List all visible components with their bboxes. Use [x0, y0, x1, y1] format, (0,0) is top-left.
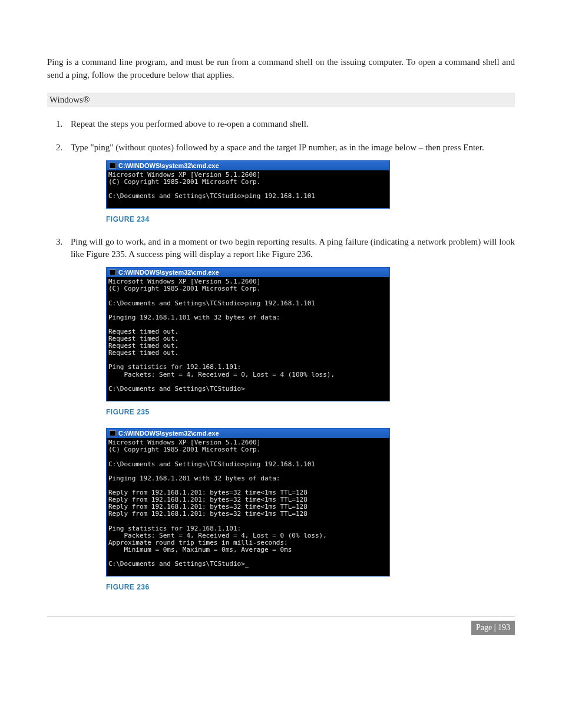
step-2-text: Type "ping" (without quotes) followed by…	[71, 143, 484, 152]
page-footer: Page | 193	[47, 617, 515, 635]
cmd-title-text-234: C:\WINDOWS\system32\cmd.exe	[118, 162, 219, 169]
figure-234-block: C:\WINDOWS\system32\cmd.exe Microsoft Wi…	[106, 160, 515, 225]
figure-235-block: C:\WINDOWS\system32\cmd.exe Microsoft Wi…	[106, 267, 515, 417]
step-1-text: Repeat the steps you performed above to …	[71, 119, 309, 129]
cmd-body-236: Microsoft Windows XP [Version 5.1.2600] …	[107, 438, 389, 576]
cmd-titlebar-236: C:\WINDOWS\system32\cmd.exe	[107, 429, 389, 438]
cmd-icon	[109, 269, 116, 275]
step-1: Repeat the steps you performed above to …	[65, 118, 515, 131]
heading-windows: Windows®	[47, 93, 515, 108]
cmd-body-235: Microsoft Windows XP [Version 5.1.2600] …	[107, 277, 389, 401]
figure-234-caption: FIGURE 234	[106, 215, 515, 225]
cmd-title-text-235: C:\WINDOWS\system32\cmd.exe	[118, 269, 219, 276]
cmd-body-234: Microsoft Windows XP [Version 5.1.2600] …	[107, 170, 389, 208]
cmd-icon	[109, 163, 116, 169]
figure-236-block: C:\WINDOWS\system32\cmd.exe Microsoft Wi…	[106, 428, 515, 592]
page-number-badge: Page | 193	[471, 621, 515, 635]
cmd-icon	[109, 430, 116, 436]
figure-236-caption: FIGURE 236	[106, 582, 515, 592]
intro-paragraph: Ping is a command line program, and must…	[47, 56, 515, 82]
cmd-titlebar-235: C:\WINDOWS\system32\cmd.exe	[107, 268, 389, 277]
step-2: Type "ping" (without quotes) followed by…	[65, 141, 515, 225]
cmd-window-236: C:\WINDOWS\system32\cmd.exe Microsoft Wi…	[106, 428, 390, 577]
step-3-text: Ping will go to work, and in a moment or…	[71, 237, 515, 259]
steps-list: Repeat the steps you performed above to …	[65, 118, 515, 592]
figure-235-caption: FIGURE 235	[106, 407, 515, 417]
cmd-titlebar-234: C:\WINDOWS\system32\cmd.exe	[107, 161, 389, 170]
cmd-window-234: C:\WINDOWS\system32\cmd.exe Microsoft Wi…	[106, 160, 390, 209]
cmd-window-235: C:\WINDOWS\system32\cmd.exe Microsoft Wi…	[106, 267, 390, 401]
cmd-title-text-236: C:\WINDOWS\system32\cmd.exe	[118, 430, 219, 437]
step-3: Ping will go to work, and in a moment or…	[65, 236, 515, 593]
